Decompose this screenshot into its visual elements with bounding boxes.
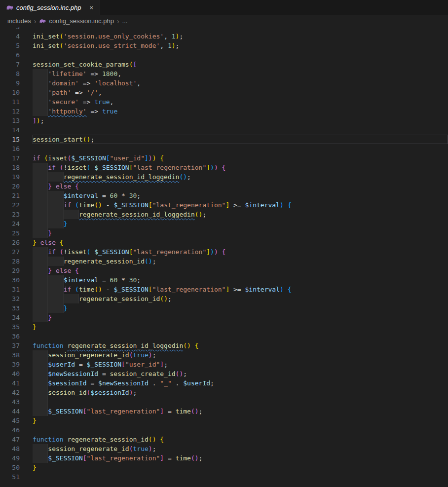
- code-content[interactable]: } else {: [33, 238, 448, 247]
- line-number[interactable]: 4: [0, 32, 20, 41]
- code-content[interactable]: function regenerate_session_id_loggedin(…: [33, 341, 448, 350]
- code-content[interactable]: [33, 144, 448, 153]
- line-number[interactable]: 17: [0, 153, 20, 163]
- line-number[interactable]: 44: [0, 407, 20, 416]
- line-number[interactable]: 37: [0, 341, 20, 350]
- code-content[interactable]: }: [33, 463, 448, 472]
- line-number[interactable]: 47: [0, 435, 20, 444]
- code-content[interactable]: if (!isset( $_SESSION["last_regeneration…: [33, 163, 448, 172]
- line-number[interactable]: 11: [0, 97, 20, 107]
- code-content[interactable]: 'path' => '/',: [33, 88, 448, 97]
- code-content[interactable]: regenerate_session_id();: [33, 257, 448, 266]
- line-number[interactable]: 34: [0, 313, 20, 322]
- line-number[interactable]: 6: [0, 50, 20, 60]
- code-content[interactable]: }: [33, 219, 448, 228]
- line-number[interactable]: 19: [0, 172, 20, 182]
- line-number[interactable]: 26: [0, 238, 20, 247]
- line-number[interactable]: 42: [0, 388, 20, 397]
- code-content[interactable]: regenerate_session_id();: [33, 294, 448, 303]
- code-content[interactable]: }: [33, 322, 448, 332]
- line-number[interactable]: 23: [0, 210, 20, 219]
- line-number[interactable]: 27: [0, 247, 20, 257]
- code-content[interactable]: $sessionId = $newSessionId . "_" . $user…: [33, 378, 448, 388]
- line-number[interactable]: 51: [0, 472, 20, 482]
- code-content[interactable]: if (!isset( $_SESSION["last_regeneration…: [33, 247, 448, 257]
- code-content[interactable]: session_regenerate_id(true);: [33, 350, 448, 360]
- code-content[interactable]: } else {: [33, 266, 448, 275]
- code-content[interactable]: 'secure' => true,: [33, 97, 448, 107]
- code-content[interactable]: }: [33, 303, 448, 313]
- line-number[interactable]: 31: [0, 285, 20, 294]
- line-number[interactable]: 40: [0, 369, 20, 378]
- code-content[interactable]: function regenerate_session_id() {: [33, 435, 448, 444]
- close-icon[interactable]: ×: [88, 3, 95, 12]
- line-number[interactable]: 39: [0, 360, 20, 369]
- line-number[interactable]: 46: [0, 425, 20, 435]
- code-content[interactable]: ini_set('session.use_only_cookies', 1);: [33, 32, 448, 41]
- code-content[interactable]: $userId = $_SESSION["user_id"];: [33, 360, 448, 369]
- code-content[interactable]: if (isset($_SESSION["user_id"])) {: [33, 153, 448, 163]
- code-content[interactable]: [33, 425, 448, 435]
- code-content[interactable]: [33, 397, 448, 407]
- code-content[interactable]: 'httponly' => true: [33, 107, 448, 116]
- line-number[interactable]: 33: [0, 303, 20, 313]
- code-content[interactable]: [33, 50, 448, 60]
- tab-config-session-inc-php[interactable]: config_session.inc.php ×: [0, 0, 100, 15]
- line-number[interactable]: 24: [0, 219, 20, 228]
- line-number[interactable]: 28: [0, 257, 20, 266]
- code-content[interactable]: session_set_cookie_params([: [33, 60, 448, 69]
- code-content[interactable]: }: [33, 416, 448, 425]
- code-content[interactable]: if (time() - $_SESSION["last_regeneratio…: [33, 285, 448, 294]
- line-number[interactable]: 25: [0, 228, 20, 238]
- line-number[interactable]: 5: [0, 41, 20, 50]
- line-number[interactable]: 8: [0, 69, 20, 78]
- line-number[interactable]: 49: [0, 453, 20, 463]
- editor[interactable]: 34ini_set('session.use_only_cookies', 1)…: [0, 27, 448, 487]
- line-number[interactable]: 21: [0, 191, 20, 200]
- code-content[interactable]: $interval = 60 * 30;: [33, 191, 448, 200]
- line-number[interactable]: 13: [0, 116, 20, 125]
- code-content[interactable]: session_regenerate_id(true);: [33, 444, 448, 453]
- line-number[interactable]: 14: [0, 125, 20, 135]
- code-content[interactable]: ]);: [33, 116, 448, 125]
- line-number[interactable]: 7: [0, 60, 20, 69]
- code-content[interactable]: session_id($sessionId);: [33, 388, 448, 397]
- code-content[interactable]: session_start();: [33, 135, 448, 144]
- code-content[interactable]: $_SESSION["last_regeneration"] = time();: [33, 407, 448, 416]
- line-number[interactable]: 15: [0, 135, 20, 144]
- code-content[interactable]: [33, 332, 448, 341]
- code-content[interactable]: } else {: [33, 182, 448, 191]
- line-number[interactable]: 18: [0, 163, 20, 172]
- code-content[interactable]: if (time() - $_SESSION["last_regeneratio…: [33, 200, 448, 210]
- breadcrumb-item-includes[interactable]: includes: [7, 17, 31, 25]
- line-number[interactable]: 50: [0, 463, 20, 472]
- line-number[interactable]: 43: [0, 397, 20, 407]
- line-number[interactable]: 20: [0, 182, 20, 191]
- line-number[interactable]: 38: [0, 350, 20, 360]
- line-number[interactable]: 16: [0, 144, 20, 153]
- line-number[interactable]: 9: [0, 78, 20, 88]
- code-content[interactable]: [33, 125, 448, 135]
- breadcrumb-item-file[interactable]: config_session.inc.php: [49, 17, 114, 25]
- code-content[interactable]: [33, 472, 448, 482]
- line-number[interactable]: 3: [0, 27, 20, 32]
- line-number[interactable]: 48: [0, 444, 20, 453]
- code-content[interactable]: ini_set('session.use_strict_mode', 1);: [33, 41, 448, 50]
- line-number[interactable]: 10: [0, 88, 20, 97]
- code-content[interactable]: }: [33, 228, 448, 238]
- code-content[interactable]: $_SESSION["last_regeneration"] = time();: [33, 453, 448, 463]
- code-content[interactable]: $interval = 60 * 30;: [33, 275, 448, 285]
- line-number[interactable]: 30: [0, 275, 20, 285]
- code-content[interactable]: 'lifetime' => 1800,: [33, 69, 448, 78]
- line-number[interactable]: 12: [0, 107, 20, 116]
- code-content[interactable]: regenerate_session_id_loggedin();: [33, 210, 448, 219]
- code-content[interactable]: regenerate_session_id_loggedin();: [33, 172, 448, 182]
- line-number[interactable]: 41: [0, 378, 20, 388]
- line-number[interactable]: 32: [0, 294, 20, 303]
- code-content[interactable]: 'domain' => 'localhost',: [33, 78, 448, 88]
- line-number[interactable]: 45: [0, 416, 20, 425]
- line-number[interactable]: 29: [0, 266, 20, 275]
- line-number[interactable]: 36: [0, 332, 20, 341]
- line-number[interactable]: 35: [0, 322, 20, 332]
- line-number[interactable]: 22: [0, 200, 20, 210]
